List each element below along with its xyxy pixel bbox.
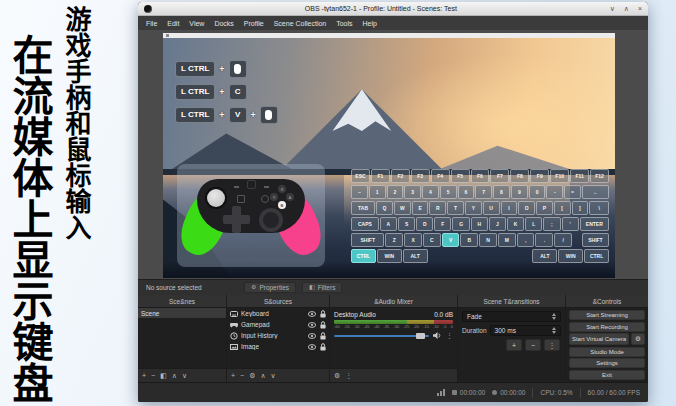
controls-dock-header[interactable]: &Controls	[566, 295, 648, 308]
add-transition-button[interactable]: +	[506, 339, 522, 351]
start-streaming-button[interactable]: Start Streaming	[569, 310, 645, 320]
sources-dock-header[interactable]: S&ources	[227, 295, 329, 308]
source-row-gamepad[interactable]: Gamepad	[227, 319, 329, 330]
menu-tools[interactable]: Tools	[331, 20, 357, 27]
studio-mode-button[interactable]: Studio Mode	[569, 347, 645, 357]
menu-help[interactable]: Help	[358, 20, 382, 27]
osk-key-win: WIN	[377, 249, 402, 263]
lock-icon[interactable]	[320, 343, 326, 351]
virtual-camera-settings-button[interactable]: ⚙	[631, 333, 645, 345]
menu-docks[interactable]: Docks	[209, 20, 238, 27]
start-virtual-camera-button[interactable]: Start Virtual Camera	[569, 333, 629, 345]
exit-button[interactable]: Exit	[569, 370, 645, 380]
menu-edit[interactable]: Edit	[162, 20, 184, 27]
osk-key-c: C	[423, 233, 441, 247]
remove-transition-button[interactable]: −	[525, 339, 541, 351]
source-row-input-history[interactable]: Input History	[227, 330, 329, 341]
onscreen-keyboard: ESCF1F2F3F4F5F6F7F8F9F10F11F12~123456789…	[351, 169, 609, 263]
start-recording-button[interactable]: Start Recording	[569, 322, 645, 332]
meter-tick: -5	[443, 325, 447, 329]
speaker-icon[interactable]	[433, 332, 442, 339]
osk-key-m: M	[498, 233, 516, 247]
advanced-audio-button[interactable]: ⚙	[334, 372, 340, 379]
more-button[interactable]: ⋮	[345, 372, 352, 379]
osk-key--: [	[554, 201, 571, 215]
gear-icon: ⚙	[251, 284, 256, 291]
status-separator	[580, 388, 581, 398]
source-label: Gamepad	[241, 321, 270, 328]
title-bar[interactable]: OBS -tytan652-1 - Profile: Untitled - Sc…	[138, 2, 648, 16]
lock-icon[interactable]	[320, 321, 326, 329]
filters-button[interactable]: ◧ Filters	[302, 282, 342, 294]
osk-key-alt: ALT	[403, 249, 428, 263]
osk-key-8: 8	[493, 185, 510, 199]
lock-icon[interactable]	[320, 310, 326, 318]
visibility-eye-icon[interactable]	[308, 322, 316, 328]
key-chip: L CTRL	[175, 84, 215, 100]
scene-list-item[interactable]: Scene	[138, 308, 226, 318]
mouse-icon	[229, 60, 247, 78]
scenes-dock-header[interactable]: Sce&nes	[138, 295, 226, 308]
filters-label: Filters	[318, 284, 336, 292]
lock-icon[interactable]	[320, 332, 326, 340]
transition-more-button[interactable]: ⋮	[544, 339, 560, 351]
properties-label: Properties	[259, 284, 289, 292]
fps-indicator: 60.00 / 60.00 FPS	[588, 389, 640, 396]
transition-select[interactable]: Fade	[462, 311, 561, 322]
visibility-eye-icon[interactable]	[308, 311, 316, 317]
osk-key-2: 2	[387, 185, 404, 199]
record-status-icon	[492, 390, 497, 395]
minimize-button[interactable]: ∨	[610, 5, 615, 12]
source-properties-button[interactable]: ⚙	[249, 372, 255, 379]
add-button[interactable]: +	[142, 372, 146, 379]
mixer-channel-name: Desktop Audio	[334, 311, 376, 318]
meter-tick: -25	[403, 325, 409, 329]
menu-scene-collection[interactable]: Scene Collection	[269, 20, 332, 27]
maximize-button[interactable]: ∧	[624, 5, 629, 12]
close-button[interactable]: ×	[638, 5, 642, 12]
duration-input[interactable]: 300 ms	[490, 325, 561, 336]
menu-file[interactable]: File	[141, 20, 162, 27]
meter-tick: -35	[384, 325, 390, 329]
select-spinner-icon[interactable]	[552, 313, 556, 320]
meter-tick: -10	[433, 325, 439, 329]
window-title: OBS -tytan652-1 - Profile: Untitled - Sc…	[152, 5, 610, 12]
osk-key-f9: F9	[530, 169, 549, 183]
volume-slider-handle[interactable]	[416, 333, 425, 339]
volume-slider[interactable]	[334, 335, 429, 337]
visibility-eye-icon[interactable]	[308, 333, 316, 339]
source-row-image[interactable]: Image	[227, 341, 329, 352]
move-up-button[interactable]: ∧	[172, 372, 177, 379]
window-controls: ∨∧×	[610, 5, 642, 12]
osk-key--: ←	[582, 185, 609, 199]
move-down-button[interactable]: ∨	[271, 372, 276, 379]
visibility-eye-icon[interactable]	[308, 344, 316, 350]
osk-key-v: V	[442, 233, 460, 247]
move-up-button[interactable]: ∧	[260, 372, 265, 379]
osk-key-k: K	[507, 217, 524, 231]
osk-key-x: X	[404, 233, 422, 247]
osk-key--: =	[564, 185, 581, 199]
network-signal-icon	[437, 389, 445, 396]
remove-button[interactable]: −	[240, 372, 244, 379]
source-row-keyboard[interactable]: Keyboard	[227, 308, 329, 319]
osk-key--: ;	[543, 217, 560, 231]
duration-spinner-icon[interactable]	[552, 327, 556, 334]
preview-area[interactable]: L CTRL+L CTRL+CL CTRL+V+ X Y A B	[138, 30, 648, 279]
remove-button[interactable]: −	[151, 372, 155, 379]
settings-button[interactable]: Settings	[569, 358, 645, 368]
meter-yellow-zone	[407, 320, 434, 324]
properties-button[interactable]: ⚙ Properties	[244, 282, 296, 294]
switch-pro-controller: X Y A B	[177, 164, 325, 267]
menu-view[interactable]: View	[184, 20, 209, 27]
mixer-channel-menu-icon[interactable]: ⋮	[446, 332, 453, 339]
scene-transitions-dock-header[interactable]: Scene T&ransitions	[458, 295, 565, 308]
video-canvas[interactable]: L CTRL+L CTRL+CL CTRL+V+ X Y A B	[163, 33, 615, 278]
move-down-button[interactable]: ∨	[182, 372, 187, 379]
filters-button[interactable]: ◧	[160, 372, 167, 379]
mouse-icon	[260, 106, 278, 124]
menu-profile[interactable]: Profile	[239, 20, 269, 27]
record-time: 00:00:00	[500, 389, 525, 396]
add-button[interactable]: +	[231, 372, 235, 379]
audio-mixer-dock-header[interactable]: &Audio Mixer	[330, 295, 457, 308]
